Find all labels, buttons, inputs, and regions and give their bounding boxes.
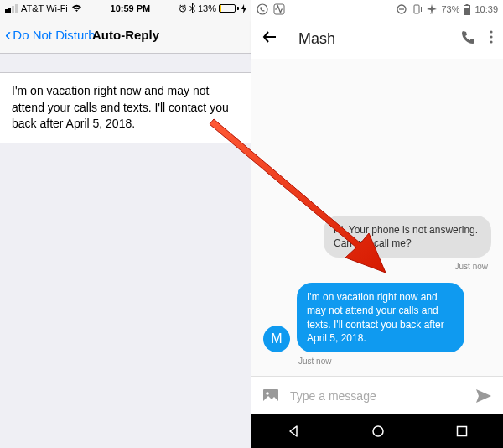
dnd-icon: [397, 4, 407, 14]
activity-icon: [273, 3, 285, 15]
svg-rect-5: [414, 5, 419, 13]
airplane-icon: [427, 4, 437, 14]
square-recent-icon: [456, 425, 468, 437]
message-input[interactable]: Type a message: [290, 389, 464, 403]
avatar: M: [263, 326, 290, 352]
nav-recent-button[interactable]: [456, 425, 468, 437]
ios-time: 10:59 PM: [111, 3, 151, 13]
image-icon[interactable]: [262, 387, 280, 405]
svg-point-9: [490, 30, 492, 33]
android-time: 10:39: [474, 4, 498, 14]
ios-nav: ‹ Do Not Disturb Auto-Reply: [0, 17, 252, 54]
call-button[interactable]: [459, 29, 476, 49]
circle-home-icon: [371, 425, 385, 438]
bluetooth-icon: [189, 3, 195, 13]
alarm-icon: [179, 4, 187, 13]
svg-point-14: [373, 426, 383, 436]
android-navbar: [252, 414, 503, 448]
outgoing-message[interactable]: M I'm on vacation right now and may not …: [263, 283, 491, 352]
incoming-message[interactable]: Hi. Your phone is not answering. Can you…: [263, 216, 491, 258]
svg-rect-8: [464, 8, 470, 14]
more-vertical-icon: [490, 30, 493, 44]
svg-point-13: [266, 392, 269, 395]
arrow-left-icon: [262, 29, 278, 45]
nav-home-button[interactable]: [371, 425, 385, 438]
page-title: Auto-Reply: [92, 28, 159, 42]
message-timestamp: Just now: [298, 357, 491, 366]
send-icon[interactable]: [474, 387, 493, 405]
messages-area[interactable]: Hi. Your phone is not answering. Can you…: [252, 59, 503, 376]
charging-icon: [241, 4, 246, 13]
contact-name[interactable]: Mash: [298, 30, 459, 48]
back-button[interactable]: ‹ Do Not Disturb: [5, 26, 96, 44]
battery-icon: [464, 4, 470, 15]
ios-phone: AT&T Wi-Fi 10:59 PM 13% ‹ Do Not Disturb…: [0, 0, 252, 448]
android-statusbar: 73% 10:39: [252, 0, 503, 18]
message-bubble: Hi. Your phone is not answering. Can you…: [324, 216, 491, 258]
chevron-left-icon: ‹: [5, 26, 11, 44]
android-battery-pct: 73%: [441, 4, 459, 14]
message-timestamp: Just now: [263, 262, 488, 271]
phone-icon: [459, 29, 476, 45]
signal-icon: [5, 4, 18, 13]
android-header: Mash: [252, 18, 503, 59]
message-bubble: I'm on vacation right now and may not at…: [297, 283, 464, 352]
svg-point-1: [257, 4, 267, 14]
ios-statusbar: AT&T Wi-Fi 10:59 PM 13%: [0, 0, 252, 17]
carrier-label: AT&T Wi-Fi: [21, 3, 68, 13]
svg-point-10: [490, 35, 492, 38]
vibrate-icon: [411, 4, 423, 14]
triangle-back-icon: [287, 425, 300, 438]
back-label: Do Not Disturb: [13, 28, 95, 42]
wifi-icon: [71, 4, 82, 13]
svg-point-11: [490, 40, 492, 43]
android-phone: 73% 10:39 Mash Hi. Your phone is not ans…: [252, 0, 503, 448]
more-button[interactable]: [490, 30, 493, 47]
whatsapp-icon: [257, 3, 268, 15]
ios-battery-pct: 13%: [198, 3, 216, 13]
back-button[interactable]: [262, 29, 278, 49]
nav-back-button[interactable]: [287, 425, 300, 438]
battery-icon: [219, 4, 239, 13]
auto-reply-message[interactable]: I'm on vacation right now and may not at…: [0, 72, 252, 143]
message-input-bar: Type a message: [252, 376, 503, 414]
svg-rect-15: [457, 427, 466, 436]
